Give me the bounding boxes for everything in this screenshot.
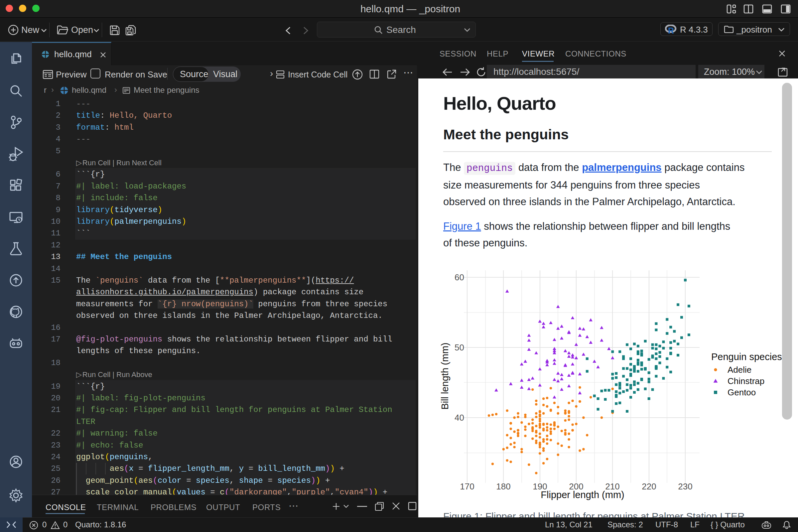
svg-text:Gentoo: Gentoo [727,387,756,397]
svg-text:220: 220 [642,481,656,491]
svg-text:R: R [668,26,674,35]
svg-text:230: 230 [678,481,692,491]
svg-text:180: 180 [496,481,510,491]
svg-text:40: 40 [455,413,464,423]
svg-text:Chinstrap: Chinstrap [727,376,764,386]
svg-text:50: 50 [455,342,464,353]
svg-text:170: 170 [460,481,474,491]
svg-text:Adelie: Adelie [727,365,752,375]
svg-text:Penguin species: Penguin species [711,352,782,362]
svg-text:Bill length (mm): Bill length (mm) [440,342,450,409]
svg-text:Flipper length (mm): Flipper length (mm) [540,490,624,500]
svg-text:60: 60 [455,272,464,282]
svg-text:Figure 1: Flipper and bill len: Figure 1: Flipper and bill length for pe… [443,511,745,517]
